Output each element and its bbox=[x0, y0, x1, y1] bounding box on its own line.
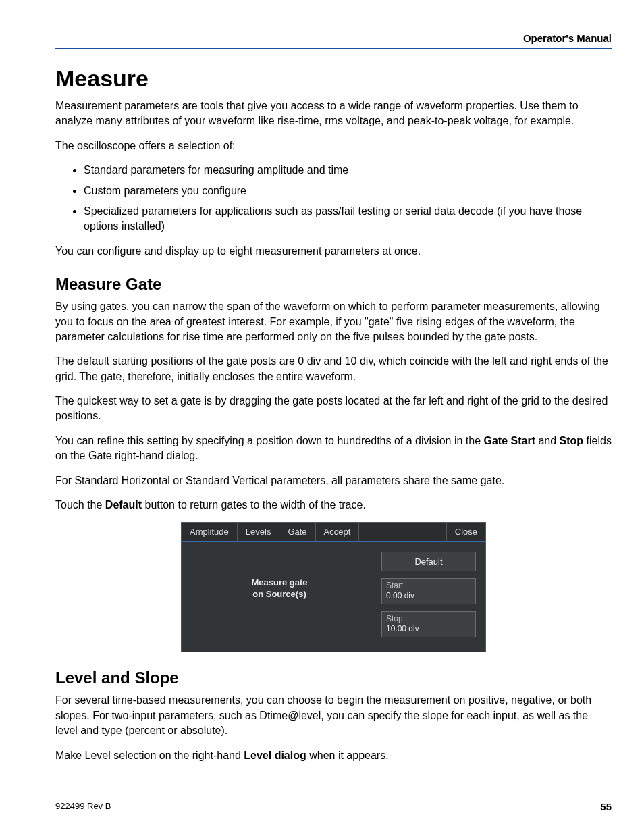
intro-paragraph-1: Measurement parameters are tools that gi… bbox=[55, 99, 612, 129]
close-button[interactable]: Close bbox=[446, 523, 485, 542]
page-header-title: Operator's Manual bbox=[55, 32, 612, 49]
list-item: Custom parameters you configure bbox=[84, 184, 612, 199]
intro-paragraph-2: The oscilloscope offers a selection of: bbox=[55, 138, 612, 153]
text: You can refine this setting by specifyin… bbox=[55, 435, 483, 446]
gate-paragraph: For Standard Horizontal or Standard Vert… bbox=[55, 473, 612, 488]
dialog-tabs: Amplitude Levels Gate Accept Close bbox=[182, 523, 485, 542]
stop-term: Stop bbox=[560, 435, 584, 446]
text: Make Level selection on the right-hand bbox=[55, 750, 244, 761]
level-slope-paragraph: Make Level selection on the right-hand L… bbox=[55, 748, 612, 763]
tab-amplitude[interactable]: Amplitude bbox=[182, 523, 238, 542]
gate-paragraph: You can refine this setting by specifyin… bbox=[55, 434, 612, 464]
stop-value: 10.00 div bbox=[386, 624, 471, 634]
level-dialog-term: Level dialog bbox=[244, 750, 306, 761]
intro-paragraph-3: You can configure and display up to eigh… bbox=[55, 244, 612, 259]
feature-list: Standard parameters for measuring amplit… bbox=[70, 163, 612, 234]
page-footer: 922499 Rev B 55 bbox=[55, 801, 612, 812]
gate-paragraph: The quickest way to set a gate is by dra… bbox=[55, 394, 612, 424]
stop-label: Stop bbox=[386, 614, 471, 624]
footer-page-number: 55 bbox=[600, 801, 612, 812]
start-value: 0.00 div bbox=[386, 591, 471, 601]
start-label: Start bbox=[386, 581, 471, 591]
text: Measure gate bbox=[251, 577, 307, 588]
heading-level-slope: Level and Slope bbox=[55, 669, 612, 687]
text: Touch the bbox=[55, 499, 105, 511]
text: on Source(s) bbox=[252, 589, 306, 599]
gate-dialog: Amplitude Levels Gate Accept Close Measu… bbox=[181, 522, 486, 652]
tab-levels[interactable]: Levels bbox=[238, 523, 280, 542]
heading-measure: Measure bbox=[55, 66, 612, 92]
start-field[interactable]: Start 0.00 div bbox=[381, 578, 476, 604]
gate-paragraph: Touch the Default button to return gates… bbox=[55, 498, 612, 513]
footer-revision: 922499 Rev B bbox=[55, 801, 111, 812]
tab-gap bbox=[359, 523, 446, 542]
gate-paragraph: The default starting positions of the ga… bbox=[55, 354, 612, 384]
heading-measure-gate: Measure Gate bbox=[55, 275, 612, 294]
default-button[interactable]: Default bbox=[381, 552, 476, 571]
level-slope-paragraph: For several time-based measurements, you… bbox=[55, 693, 612, 738]
text: when it appears. bbox=[306, 750, 389, 761]
default-term: Default bbox=[105, 499, 142, 511]
gate-start-term: Gate Start bbox=[483, 435, 535, 446]
list-item: Specialized parameters for applications … bbox=[84, 204, 612, 234]
tab-gate[interactable]: Gate bbox=[279, 523, 315, 542]
stop-field[interactable]: Stop 10.00 div bbox=[381, 611, 476, 637]
list-item: Standard parameters for measuring amplit… bbox=[84, 163, 612, 178]
text: button to return gates to the width of t… bbox=[142, 499, 366, 511]
text: and bbox=[535, 435, 560, 446]
gate-paragraph: By using gates, you can narrow the span … bbox=[55, 299, 612, 344]
measure-gate-label: Measure gate on Source(s) bbox=[251, 577, 307, 600]
tab-accept[interactable]: Accept bbox=[316, 523, 360, 542]
